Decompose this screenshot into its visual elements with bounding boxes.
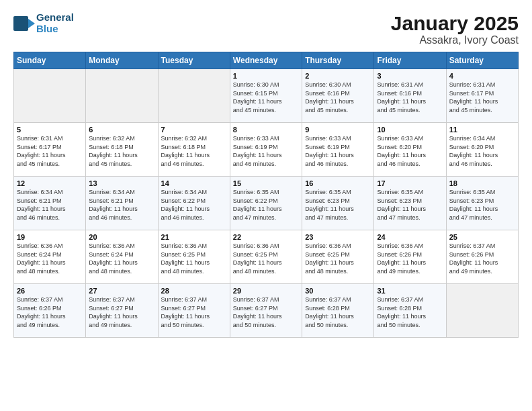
day-info: Sunrise: 6:30 AM Sunset: 6:15 PM Dayligh… [233,81,299,114]
day-number: 28 [161,287,227,295]
table-row: 11Sunrise: 6:34 AM Sunset: 6:20 PM Dayli… [446,123,518,177]
day-number: 6 [89,126,154,134]
day-number: 4 [449,72,515,80]
page: General Blue January 2025 Assakra, Ivory… [0,0,532,411]
day-info: Sunrise: 6:35 AM Sunset: 6:22 PM Dayligh… [233,188,299,222]
calendar-week-row: 26Sunrise: 6:37 AM Sunset: 6:26 PM Dayli… [14,284,519,338]
day-info: Sunrise: 6:37 AM Sunset: 6:27 PM Dayligh… [161,295,227,329]
day-number: 19 [17,233,83,241]
day-number: 13 [89,179,154,187]
table-row: 22Sunrise: 6:36 AM Sunset: 6:25 PM Dayli… [230,230,302,284]
header-friday: Friday [374,52,446,69]
day-info: Sunrise: 6:31 AM Sunset: 6:17 PM Dayligh… [17,134,83,168]
day-number: 26 [17,287,83,295]
header-saturday: Saturday [446,52,518,69]
table-row: 8Sunrise: 6:33 AM Sunset: 6:19 PM Daylig… [230,123,302,177]
day-info: Sunrise: 6:37 AM Sunset: 6:28 PM Dayligh… [305,295,371,329]
table-row: 28Sunrise: 6:37 AM Sunset: 6:27 PM Dayli… [158,284,230,338]
calendar-week-row: 19Sunrise: 6:36 AM Sunset: 6:24 PM Dayli… [14,230,519,284]
day-number: 10 [377,126,443,134]
table-row: 26Sunrise: 6:37 AM Sunset: 6:26 PM Dayli… [14,284,86,338]
table-row: 1Sunrise: 6:30 AM Sunset: 6:15 PM Daylig… [230,69,302,123]
day-info: Sunrise: 6:36 AM Sunset: 6:25 PM Dayligh… [161,242,227,275]
day-info: Sunrise: 6:32 AM Sunset: 6:18 PM Dayligh… [89,134,154,168]
table-row: 31Sunrise: 6:37 AM Sunset: 6:28 PM Dayli… [374,284,446,338]
day-info: Sunrise: 6:34 AM Sunset: 6:21 PM Dayligh… [17,188,83,222]
svg-marker-1 [28,19,35,28]
day-info: Sunrise: 6:33 AM Sunset: 6:19 PM Dayligh… [305,134,371,168]
table-row: 17Sunrise: 6:35 AM Sunset: 6:23 PM Dayli… [374,177,446,230]
day-number: 23 [305,233,371,241]
table-row: 15Sunrise: 6:35 AM Sunset: 6:22 PM Dayli… [230,177,302,230]
day-info: Sunrise: 6:31 AM Sunset: 6:16 PM Dayligh… [377,81,443,114]
logo-line2: Blue [36,24,74,35]
table-row: 2Sunrise: 6:30 AM Sunset: 6:16 PM Daylig… [302,69,374,123]
day-info: Sunrise: 6:36 AM Sunset: 6:25 PM Dayligh… [233,242,299,275]
calendar-title: January 2025 [391,12,519,34]
day-info: Sunrise: 6:33 AM Sunset: 6:20 PM Dayligh… [377,134,443,168]
day-number: 9 [305,126,371,134]
day-number: 7 [161,126,227,134]
table-row: 27Sunrise: 6:37 AM Sunset: 6:27 PM Dayli… [86,284,158,338]
day-info: Sunrise: 6:31 AM Sunset: 6:17 PM Dayligh… [449,81,515,114]
calendar-subtitle: Assakra, Ivory Coast [391,34,519,46]
table-row: 29Sunrise: 6:37 AM Sunset: 6:27 PM Dayli… [230,284,302,338]
day-number: 25 [449,233,515,241]
title-block: January 2025 Assakra, Ivory Coast [391,12,519,46]
day-number: 20 [89,233,154,241]
table-row: 6Sunrise: 6:32 AM Sunset: 6:18 PM Daylig… [86,123,158,177]
day-number: 14 [161,179,227,187]
table-row: 12Sunrise: 6:34 AM Sunset: 6:21 PM Dayli… [14,177,86,230]
table-row: 25Sunrise: 6:37 AM Sunset: 6:26 PM Dayli… [446,230,518,284]
day-number: 27 [89,287,154,295]
table-row [158,69,230,123]
day-info: Sunrise: 6:36 AM Sunset: 6:24 PM Dayligh… [89,242,154,275]
day-info: Sunrise: 6:37 AM Sunset: 6:27 PM Dayligh… [233,295,299,329]
header-thursday: Thursday [302,52,374,69]
table-row: 19Sunrise: 6:36 AM Sunset: 6:24 PM Dayli… [14,230,86,284]
table-row: 9Sunrise: 6:33 AM Sunset: 6:19 PM Daylig… [302,123,374,177]
day-info: Sunrise: 6:32 AM Sunset: 6:18 PM Dayligh… [161,134,227,168]
day-number: 21 [161,233,227,241]
table-row: 3Sunrise: 6:31 AM Sunset: 6:16 PM Daylig… [374,69,446,123]
day-info: Sunrise: 6:36 AM Sunset: 6:24 PM Dayligh… [17,242,83,275]
day-number: 11 [449,126,515,134]
day-info: Sunrise: 6:37 AM Sunset: 6:28 PM Dayligh… [377,295,443,329]
header-wednesday: Wednesday [230,52,302,69]
day-info: Sunrise: 6:34 AM Sunset: 6:22 PM Dayligh… [161,188,227,222]
day-info: Sunrise: 6:37 AM Sunset: 6:26 PM Dayligh… [449,242,515,275]
day-number: 15 [233,179,299,187]
table-row: 13Sunrise: 6:34 AM Sunset: 6:21 PM Dayli… [86,177,158,230]
table-row: 16Sunrise: 6:35 AM Sunset: 6:23 PM Dayli… [302,177,374,230]
table-row: 4Sunrise: 6:31 AM Sunset: 6:17 PM Daylig… [446,69,518,123]
table-row: 23Sunrise: 6:36 AM Sunset: 6:25 PM Dayli… [302,230,374,284]
day-number: 30 [305,287,371,295]
header-tuesday: Tuesday [158,52,230,69]
day-info: Sunrise: 6:35 AM Sunset: 6:23 PM Dayligh… [377,188,443,222]
header-monday: Monday [86,52,158,69]
day-info: Sunrise: 6:36 AM Sunset: 6:26 PM Dayligh… [377,242,443,275]
day-info: Sunrise: 6:37 AM Sunset: 6:27 PM Dayligh… [89,295,154,329]
day-number: 17 [377,179,443,187]
table-row: 7Sunrise: 6:32 AM Sunset: 6:18 PM Daylig… [158,123,230,177]
day-info: Sunrise: 6:34 AM Sunset: 6:20 PM Dayligh… [449,134,515,168]
day-number: 16 [305,179,371,187]
table-row: 5Sunrise: 6:31 AM Sunset: 6:17 PM Daylig… [14,123,86,177]
day-number: 24 [377,233,443,241]
day-number: 18 [449,179,515,187]
day-number: 31 [377,287,443,295]
header-sunday: Sunday [14,52,86,69]
table-row: 18Sunrise: 6:35 AM Sunset: 6:23 PM Dayli… [446,177,518,230]
day-info: Sunrise: 6:33 AM Sunset: 6:19 PM Dayligh… [233,134,299,168]
day-info: Sunrise: 6:35 AM Sunset: 6:23 PM Dayligh… [449,188,515,222]
day-number: 1 [233,72,299,80]
day-number: 3 [377,72,443,80]
day-number: 2 [305,72,371,80]
logo: General Blue [13,12,74,34]
day-info: Sunrise: 6:37 AM Sunset: 6:26 PM Dayligh… [17,295,83,329]
day-number: 29 [233,287,299,295]
day-number: 5 [17,126,83,134]
day-info: Sunrise: 6:36 AM Sunset: 6:25 PM Dayligh… [305,242,371,275]
calendar-table: Sunday Monday Tuesday Wednesday Thursday… [13,52,519,338]
table-row: 14Sunrise: 6:34 AM Sunset: 6:22 PM Dayli… [158,177,230,230]
